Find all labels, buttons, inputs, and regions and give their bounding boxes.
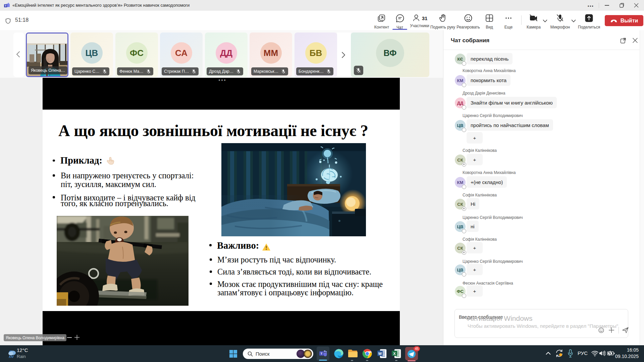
svg-text:X: X [393,352,396,356]
svg-text:T: T [321,352,323,355]
svg-text:W: W [378,352,382,356]
svg-text:T: T [5,4,6,7]
